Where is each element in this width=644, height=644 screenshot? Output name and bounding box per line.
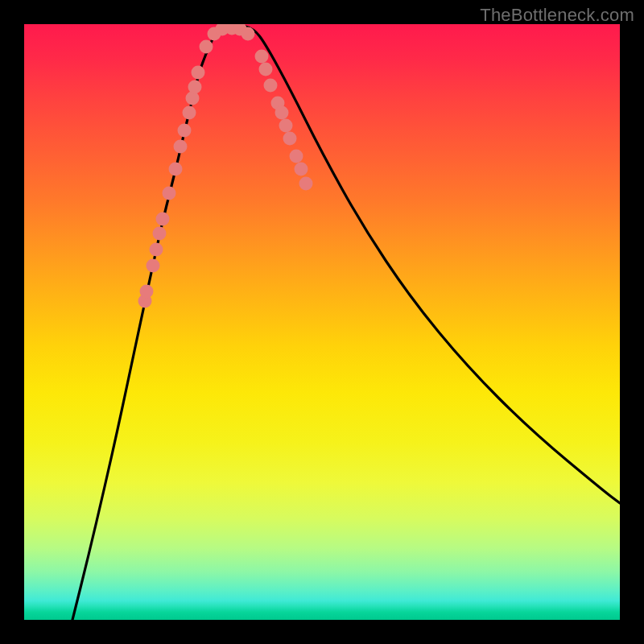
- data-point: [290, 150, 303, 163]
- data-point: [259, 63, 273, 76]
- bottleneck-curve-svg: [24, 24, 620, 620]
- data-point: [156, 213, 170, 226]
- data-point: [186, 92, 200, 105]
- data-point: [264, 79, 278, 93]
- data-point: [255, 50, 269, 64]
- watermark-text: TheBottleneck.com: [480, 5, 634, 26]
- data-point: [188, 80, 202, 94]
- data-point: [192, 66, 205, 80]
- data-point: [140, 285, 154, 299]
- data-point: [279, 119, 293, 133]
- chart-frame: TheBottleneck.com: [0, 0, 644, 644]
- data-point: [275, 106, 289, 120]
- data-point: [150, 243, 163, 257]
- data-point: [283, 132, 297, 146]
- data-point: [174, 140, 188, 154]
- data-point: [169, 163, 183, 176]
- data-point: [299, 177, 313, 191]
- plot-area: [24, 24, 620, 620]
- data-dots: [138, 24, 313, 308]
- data-point: [183, 106, 196, 120]
- data-point: [178, 124, 192, 138]
- data-point: [295, 163, 308, 176]
- data-point: [200, 40, 213, 54]
- data-point: [153, 227, 167, 241]
- data-point: [163, 187, 176, 200]
- bottleneck-curve-path: [72, 25, 620, 620]
- data-point: [147, 259, 160, 273]
- data-point: [242, 27, 255, 41]
